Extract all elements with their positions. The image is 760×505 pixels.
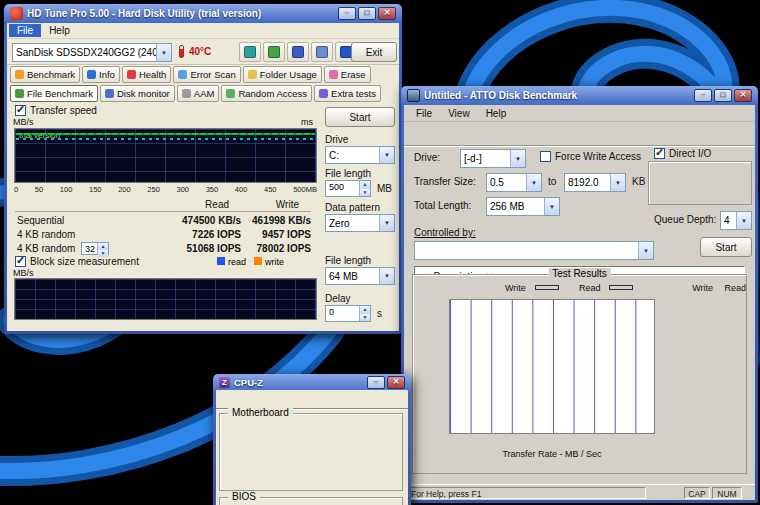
tab-label: Info (99, 69, 115, 80)
controlled-by-label: Controlled by: (414, 227, 476, 238)
drive-select[interactable]: SanDisk SDSSDX240GG2 (240 GB) (12, 43, 172, 62)
tab-health[interactable]: Health (122, 66, 171, 83)
drive-combo[interactable]: C: (325, 146, 395, 164)
spin-up-icon[interactable] (360, 181, 370, 189)
transfer-size-from-combo[interactable]: 0.5 (486, 173, 542, 192)
data-pattern-combo[interactable]: Zero (325, 214, 395, 232)
tab-error-scan[interactable]: Error Scan (173, 66, 240, 83)
write-column-header: Write (199, 199, 299, 210)
menu-file[interactable]: File (408, 107, 440, 120)
queue-depth-combo[interactable]: 4 (720, 211, 752, 230)
atto-app-icon (407, 89, 420, 102)
atto-statusbar: For Help, press F1 CAP NUM (404, 484, 755, 500)
minimize-button[interactable] (367, 376, 385, 389)
menu-view[interactable]: View (440, 107, 478, 120)
write-column-header: Write (659, 283, 713, 293)
save-button[interactable] (287, 42, 309, 62)
transfer-rate-line (16, 133, 315, 135)
maximize-button[interactable] (358, 7, 376, 20)
cpuz-app-icon (219, 377, 230, 388)
hdtune-titlebar[interactable]: HD Tune Pro 5.00 - Hard Disk Utility (tr… (7, 4, 399, 23)
file-length-stepper[interactable]: 500 (325, 180, 371, 197)
atto-window-title: Untitled - ATTO Disk Benchmark (424, 90, 690, 101)
maximize-button[interactable] (714, 89, 732, 102)
tab-label: Erase (341, 69, 366, 80)
minimize-button[interactable] (338, 7, 356, 20)
force-write-access-checkbox[interactable]: Force Write Access (540, 151, 641, 162)
y-axis-unit: MB/s (13, 117, 34, 127)
tab-info[interactable]: Info (82, 66, 120, 83)
menu-help[interactable]: Help (41, 24, 78, 37)
start-button[interactable]: Start (700, 237, 752, 257)
data-pattern-value: Zero (326, 218, 379, 229)
legend-label: write (265, 257, 284, 267)
queue-depth-stepper[interactable]: 32 (81, 242, 109, 255)
menu-help[interactable]: Help (478, 107, 515, 120)
file-length2-combo[interactable]: 64 MB (325, 267, 395, 285)
total-length-combo[interactable]: 256 MB (486, 197, 560, 216)
total-length-label: Total Length: (414, 200, 471, 211)
menu-file[interactable]: File (9, 24, 41, 37)
transfer-size-to-combo[interactable]: 8192.0 (564, 173, 626, 192)
tab-label: Extra tests (331, 88, 376, 99)
dropdown-arrow-icon[interactable] (156, 44, 171, 61)
dropdown-arrow-icon[interactable] (379, 215, 394, 231)
spin-up-icon[interactable] (360, 306, 370, 314)
legend-label: read (228, 257, 246, 267)
controlled-by-combo[interactable] (414, 241, 654, 260)
tab-disk-monitor[interactable]: Disk monitor (100, 85, 175, 102)
dropdown-arrow-icon[interactable] (526, 174, 541, 191)
tab-file-benchmark[interactable]: File Benchmark (10, 85, 98, 102)
transfer-speed-graph: trial version (14, 128, 317, 183)
spin-up-icon[interactable] (98, 243, 108, 250)
camera-button[interactable] (239, 42, 261, 62)
toolbox-icon (319, 89, 328, 98)
file-length-value: 500 (326, 181, 359, 196)
block-size-checkbox[interactable]: Block size measurement (15, 256, 139, 267)
x-tick: 300 (177, 185, 190, 194)
save-as-button[interactable] (311, 42, 333, 62)
drive-combo[interactable]: [-d-] (460, 149, 526, 168)
spin-down-icon[interactable] (360, 189, 370, 197)
dropdown-arrow-icon[interactable] (610, 174, 625, 191)
tab-extra-tests[interactable]: Extra tests (314, 85, 381, 102)
spin-down-icon[interactable] (360, 314, 370, 322)
bios-group-title: BIOS (228, 491, 260, 502)
legend-read: read (217, 257, 246, 267)
dropdown-arrow-icon[interactable] (638, 242, 653, 259)
dropdown-arrow-icon[interactable] (736, 212, 751, 229)
close-button[interactable] (734, 89, 752, 102)
read-legend-swatch (609, 285, 633, 290)
mainboard-panel: Motherboard BIOS (216, 408, 408, 505)
delay-unit: s (377, 308, 382, 319)
dropdown-arrow-icon[interactable] (379, 268, 394, 284)
hdtune-toolbar-icons (239, 42, 357, 62)
dropdown-arrow-icon[interactable] (510, 150, 525, 167)
tab-random-access[interactable]: Random Access (221, 85, 312, 102)
tab-erase[interactable]: Erase (324, 66, 371, 83)
right-axis-unit: ms (301, 117, 313, 127)
transfer-size-axis (413, 275, 447, 473)
dropdown-arrow-icon[interactable] (544, 198, 559, 215)
tab-folder-usage[interactable]: Folder Usage (243, 66, 322, 83)
delay-stepper[interactable]: 0 (325, 305, 371, 322)
cpuz-titlebar[interactable]: CPU-Z (216, 374, 408, 390)
close-button[interactable] (378, 7, 396, 20)
exit-button[interactable]: Exit (351, 42, 397, 62)
legend-write: write (254, 257, 284, 267)
file-benchmark-panel: Transfer speed MB/s ms trial version 050… (7, 103, 399, 331)
direct-io-checkbox[interactable]: Direct I/O (654, 148, 711, 159)
minimize-button[interactable] (694, 89, 712, 102)
bios-group: BIOS (219, 497, 403, 505)
x-tick: 200 (118, 185, 131, 194)
tab-benchmark[interactable]: Benchmark (10, 66, 80, 83)
atto-titlebar[interactable]: Untitled - ATTO Disk Benchmark (404, 86, 755, 105)
read-swatch-icon (217, 257, 225, 265)
tab-aam[interactable]: AAM (177, 85, 220, 102)
dropdown-arrow-icon[interactable] (379, 147, 394, 163)
close-button[interactable] (387, 376, 405, 389)
copy-button[interactable] (263, 42, 285, 62)
x-axis-title: Transfer Rate - MB / Sec (449, 449, 655, 459)
start-button[interactable]: Start (325, 107, 395, 127)
transfer-speed-checkbox[interactable]: Transfer speed (15, 105, 97, 116)
